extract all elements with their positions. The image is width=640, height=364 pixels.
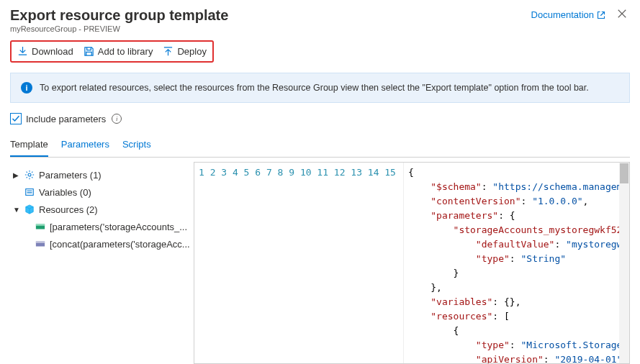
deploy-button[interactable]: Deploy [163,46,206,57]
info-icon: i [21,82,32,94]
info-text: To export related resources, select the … [40,83,589,93]
external-link-icon [597,11,605,19]
toolbar: Download Add to library Deploy [10,40,214,63]
include-parameters-checkbox[interactable] [10,113,22,124]
documentation-link[interactable]: Documentation [531,9,605,20]
tab-parameters[interactable]: Parameters [61,133,109,157]
download-icon [17,46,28,57]
storage-icon [35,221,46,232]
save-icon [84,46,94,57]
tabs: Template Parameters Scripts [10,133,630,158]
chevron-right-icon: ▶ [13,171,20,179]
tab-template[interactable]: Template [10,133,48,157]
tree-node-resource-2[interactable]: [concat(parameters('storageAcc... [10,235,194,252]
page-title: Export resource group template [10,7,228,24]
code-content: { "$schema": "https://schema.management.… [404,163,629,363]
add-to-library-button[interactable]: Add to library [84,46,153,57]
gear-icon [24,169,35,181]
cube-icon [24,204,35,215]
variables-icon [24,186,35,198]
tab-scripts[interactable]: Scripts [122,133,151,157]
storage-icon [35,238,46,250]
svg-rect-1 [26,189,34,196]
tree-view: ▶ Parameters (1) Variables (0) ▼ Resourc… [10,162,194,364]
scrollbar-vertical[interactable] [619,163,629,363]
page-subtitle: myResourceGroup - PREVIEW [10,24,228,33]
tree-node-parameters[interactable]: ▶ Parameters (1) [10,166,194,183]
tree-node-variables[interactable]: Variables (0) [10,183,194,201]
info-banner: i To export related resources, select th… [10,73,630,103]
deploy-icon [163,46,173,57]
close-button[interactable] [614,7,630,22]
tree-node-resource-1[interactable]: [parameters('storageAccounts_... [10,218,194,235]
code-editor[interactable]: 1 2 3 4 5 6 7 8 9 10 11 12 13 14 15 { "$… [194,162,630,364]
svg-point-0 [28,173,31,176]
checkmark-icon [12,114,20,123]
close-icon [617,9,627,19]
include-parameters-label: Include parameters [26,114,106,124]
svg-rect-5 [36,242,45,243]
header: Export resource group template myResourc… [10,0,630,33]
tree-node-resources[interactable]: ▼ Resources (2) [10,201,194,218]
include-parameters-info-icon[interactable]: i [112,114,122,124]
download-button[interactable]: Download [17,46,73,57]
chevron-down-icon: ▼ [13,206,20,214]
line-gutter: 1 2 3 4 5 6 7 8 9 10 11 12 13 14 15 [194,163,404,363]
scrollbar-thumb[interactable] [620,163,628,183]
svg-rect-3 [36,224,45,226]
